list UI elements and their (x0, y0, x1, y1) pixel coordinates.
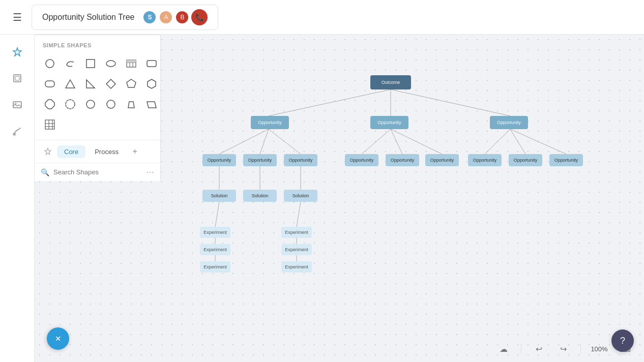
redo-icon: ↪ (560, 344, 567, 354)
node-sub-opp-1c[interactable]: Opportunity (284, 154, 317, 166)
node-sub-opp-2a[interactable]: Opportunity (345, 154, 378, 166)
shape-parallelogram[interactable] (142, 95, 161, 113)
node-solution-1[interactable]: Solution (202, 190, 236, 202)
sidebar-image-btn[interactable] (6, 94, 28, 116)
sidebar-shapes-btn[interactable] (6, 41, 28, 63)
shape-trapezoid[interactable] (122, 95, 140, 113)
undo-btn[interactable]: ↩ (530, 340, 548, 358)
shape-diamond[interactable] (102, 75, 120, 93)
frame-icon (12, 73, 22, 83)
avatar-b: B (175, 10, 189, 24)
sidebar-frame-btn[interactable] (6, 67, 28, 89)
node-experiment-1b[interactable]: Experiment (200, 244, 230, 255)
node-sub-opp-1a[interactable]: Opportunity (202, 154, 236, 166)
svg-rect-15 (45, 81, 54, 87)
shape-octagon[interactable] (41, 95, 59, 113)
draw-icon (12, 126, 22, 136)
section-label: SIMPLE SHAPES (35, 35, 160, 52)
menu-button[interactable]: ☰ (8, 8, 26, 26)
svg-point-24 (107, 100, 115, 108)
svg-marker-21 (45, 100, 54, 109)
node-experiment-1a[interactable]: Experiment (200, 227, 230, 238)
node-opportunity-2[interactable]: Opportunity (370, 116, 408, 129)
node-sub-opp-3c[interactable]: Opportunity (549, 154, 583, 166)
undo-icon: ↩ (536, 344, 542, 354)
shape-pentagon[interactable] (122, 75, 140, 93)
shapes-panel: SIMPLE SHAPES (35, 35, 161, 181)
shapes-tabs: Core Process + (35, 140, 160, 163)
help-button[interactable]: ? (611, 329, 634, 352)
shape-circle2[interactable] (102, 95, 120, 113)
node-solution-3[interactable]: Solution (284, 190, 317, 202)
svg-line-35 (391, 89, 510, 116)
shape-arc[interactable] (61, 54, 79, 73)
svg-line-51 (297, 202, 301, 227)
svg-line-43 (510, 129, 525, 154)
node-sub-opp-1b[interactable]: Opportunity (243, 154, 277, 166)
bottom-bar: ☁ ↩ ↪ 100% ⌨ (35, 336, 644, 362)
avatar-group: S A B 📞 (142, 9, 208, 25)
node-experiment-3c[interactable]: Experiment (281, 261, 312, 273)
svg-line-39 (362, 129, 391, 154)
phone-button[interactable]: 📞 (191, 9, 208, 25)
tab-core[interactable]: Core (57, 145, 85, 158)
svg-rect-1 (14, 75, 21, 82)
menu-icon: ☰ (13, 11, 22, 23)
tree-connectors (172, 75, 614, 329)
shape-grid[interactable] (41, 115, 59, 134)
node-sub-opp-3a[interactable]: Opportunity (468, 154, 502, 166)
cloud-save-btn[interactable]: ☁ (494, 340, 513, 358)
shape-hexagon[interactable] (142, 75, 161, 93)
image-icon (12, 100, 22, 110)
svg-point-6 (46, 59, 54, 68)
svg-line-44 (510, 129, 566, 154)
node-outcome[interactable]: Outcome (370, 75, 411, 89)
svg-point-8 (106, 61, 115, 67)
shape-dodecagon[interactable] (61, 95, 79, 113)
opp2-label: Opportunity (377, 120, 401, 125)
node-experiment-1c[interactable]: Experiment (200, 261, 230, 273)
svg-point-22 (66, 100, 75, 109)
redo-btn[interactable]: ↪ (554, 340, 572, 358)
svg-marker-25 (128, 102, 134, 108)
node-experiment-3a[interactable]: Experiment (281, 227, 312, 238)
shape-circle[interactable] (41, 54, 59, 73)
node-solution-2[interactable]: Solution (243, 190, 277, 202)
sidebar-draw-btn[interactable] (6, 120, 28, 142)
svg-line-48 (215, 202, 219, 227)
svg-point-23 (86, 100, 95, 108)
shape-rect-soft[interactable] (41, 75, 59, 93)
svg-line-42 (485, 129, 510, 154)
shape-circle-outline[interactable] (81, 95, 100, 113)
shape-oval[interactable] (102, 54, 120, 73)
svg-marker-18 (106, 79, 115, 88)
star-tab-icon[interactable] (41, 144, 55, 159)
node-sub-opp-2b[interactable]: Opportunity (386, 154, 419, 166)
add-tab-btn[interactable]: + (128, 144, 142, 159)
shape-square[interactable] (81, 54, 100, 73)
search-bar: 🔍 ⋯ (35, 163, 160, 181)
node-opportunity-3[interactable]: Opportunity (490, 116, 528, 129)
search-shapes-input[interactable] (53, 168, 142, 176)
zoom-level: 100% (589, 345, 609, 353)
node-experiment-3b[interactable]: Experiment (281, 244, 312, 255)
shape-rounded-rect[interactable] (142, 54, 161, 73)
svg-marker-19 (127, 79, 136, 87)
divider-1 (521, 344, 521, 354)
shape-triangle[interactable] (61, 75, 79, 93)
tab-process[interactable]: Process (87, 145, 126, 158)
divider-2 (580, 344, 581, 354)
svg-marker-26 (147, 102, 156, 108)
svg-rect-14 (147, 61, 156, 67)
opp1-label: Opportunity (258, 120, 282, 125)
node-sub-opp-2c[interactable]: Opportunity (425, 154, 459, 166)
svg-marker-32 (45, 148, 51, 155)
shape-table[interactable] (122, 54, 140, 73)
shape-right-triangle[interactable] (81, 75, 100, 93)
node-opportunity-1[interactable]: Opportunity (251, 116, 289, 129)
more-options-icon[interactable]: ⋯ (146, 167, 154, 177)
svg-line-41 (391, 129, 442, 154)
title-box: Opportunity Solution Tree S A B 📞 (32, 5, 218, 30)
sub-opp-label: Opportunity (208, 158, 231, 163)
node-sub-opp-3b[interactable]: Opportunity (509, 154, 542, 166)
